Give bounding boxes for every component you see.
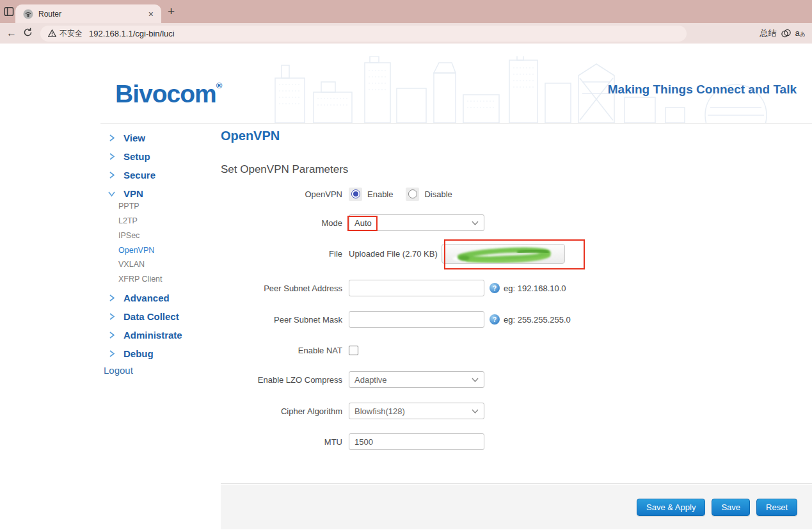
peer-subnet-mask-hint: eg: 255.255.255.0 [504, 315, 571, 325]
green-redaction-scribble [442, 245, 565, 264]
sidebar-item-logout[interactable]: Logout [104, 362, 133, 378]
chevron-down-icon [472, 409, 479, 414]
chevron-right-icon [107, 152, 116, 161]
form-row-cipher: Cipher Algorithm Blowfish(128) [221, 403, 812, 419]
not-secure-label: 不安全 [60, 28, 83, 39]
summarize-button[interactable]: 总结 [760, 28, 777, 39]
form-row-peer-subnet-address: Peer Subnet Address ? eg: 192.168.10.0 [221, 280, 812, 296]
router-favicon-icon [23, 9, 33, 19]
chevron-right-icon [107, 312, 116, 321]
address-bar[interactable]: 不安全 192.168.1.1/cgi-bin/luci [40, 26, 687, 42]
chevron-down-icon [472, 221, 479, 225]
browser-tab[interactable]: Router × [15, 4, 161, 23]
chevron-down-icon [472, 378, 479, 382]
chevron-right-icon [107, 349, 116, 358]
help-icon[interactable]: ? [490, 283, 500, 293]
sidebar-item-view[interactable]: View [102, 129, 145, 147]
section-subtitle: Set OpenVPN Parameters [221, 163, 348, 176]
translate-icon[interactable]: aあ [795, 28, 806, 38]
copilot-icon[interactable] [781, 28, 792, 38]
form-row-file: File Uploaded File (2.70 KB) [221, 244, 812, 264]
sidebar-item-pptp[interactable]: PPTP [102, 198, 139, 213]
sidebar-item-administrate[interactable]: Administrate [102, 326, 182, 344]
page-title: OpenVPN [221, 129, 280, 143]
enable-radio[interactable] [349, 188, 362, 201]
bivocom-logo: Bivocom® [115, 72, 222, 108]
new-tab-button[interactable]: + [168, 4, 175, 19]
toolbar-right: 总结 aあ [760, 28, 812, 39]
chevron-right-icon [107, 171, 116, 179]
save-button[interactable]: Save [712, 499, 750, 516]
form-row-lzo: Enable LZO Compress Adaptive [221, 371, 812, 388]
sidebar-item-vxlan[interactable]: VXLAN [102, 257, 145, 271]
tab-title: Router [38, 10, 146, 19]
action-bar: Save & Apply Save Reset [221, 485, 812, 529]
chevron-right-icon [107, 294, 116, 302]
file-upload-button[interactable] [442, 244, 565, 264]
disable-radio[interactable] [406, 188, 419, 201]
sidebar-item-xfrp-client[interactable]: XFRP Client [102, 271, 163, 286]
tab-bar: Router × + [0, 0, 812, 23]
mode-select[interactable]: Auto [349, 214, 484, 231]
back-icon[interactable]: ← [6, 28, 17, 38]
close-icon[interactable]: × [146, 9, 156, 19]
form-row-openvpn: OpenVPN Enable Disable [221, 187, 812, 201]
lzo-select[interactable]: Adaptive [349, 371, 484, 388]
save-apply-button[interactable]: Save & Apply [637, 499, 705, 516]
peer-subnet-mask-input[interactable] [349, 311, 484, 328]
sidebar-item-debug[interactable]: Debug [102, 344, 154, 363]
form-row-peer-subnet-mask: Peer Subnet Mask ? eg: 255.255.255.0 [221, 311, 812, 328]
browser-toolbar: ← 不安全 192.168.1.1/cgi-bin/luci 总结 aあ [0, 23, 812, 44]
sidebar-item-l2tp[interactable]: L2TP [102, 213, 138, 228]
peer-subnet-address-input[interactable] [349, 280, 484, 296]
chevron-right-icon [107, 134, 116, 142]
sidebar-item-advanced[interactable]: Advanced [102, 289, 170, 307]
sidebar-item-setup[interactable]: Setup [102, 147, 150, 166]
router-page: Bivocom® Making Things Connect and Talk … [0, 44, 812, 530]
help-icon[interactable]: ? [490, 314, 500, 325]
sidebar-item-data-collect[interactable]: Data Collect [102, 307, 179, 326]
url-text: 192.168.1.1/cgi-bin/luci [89, 29, 175, 38]
main-content: OpenVPN Set OpenVPN Parameters OpenVPN E… [221, 44, 812, 530]
mode-value: Auto [354, 218, 372, 228]
enable-nat-checkbox[interactable] [349, 346, 358, 355]
refresh-icon[interactable] [23, 28, 33, 39]
form-row-mode: Mode Auto [221, 214, 812, 231]
sidebar-item-openvpn[interactable]: OpenVPN [102, 243, 154, 257]
cipher-select[interactable]: Blowfish(128) [349, 403, 484, 419]
form-row-enable-nat: Enable NAT [221, 342, 812, 358]
browser-chrome: Router × + ← 不安全 192.168.1.1/cgi-bin/luc… [0, 0, 812, 44]
reset-button[interactable]: Reset [756, 499, 797, 516]
not-secure-warning-icon [48, 29, 56, 37]
footer-divider [221, 483, 812, 484]
sidebar-item-secure[interactable]: Secure [102, 166, 155, 184]
peer-subnet-address-hint: eg: 192.168.10.0 [504, 284, 566, 293]
chevron-right-icon [107, 331, 116, 339]
sidebar-item-ipsec[interactable]: IPSec [102, 228, 139, 243]
chevron-down-icon [107, 189, 116, 198]
form-row-mtu: MTU [221, 433, 812, 450]
mtu-input[interactable] [349, 433, 484, 450]
tab-actions-icon[interactable] [4, 6, 14, 17]
uploaded-file-text: Uploaded File (2.70 KB) [349, 249, 438, 259]
